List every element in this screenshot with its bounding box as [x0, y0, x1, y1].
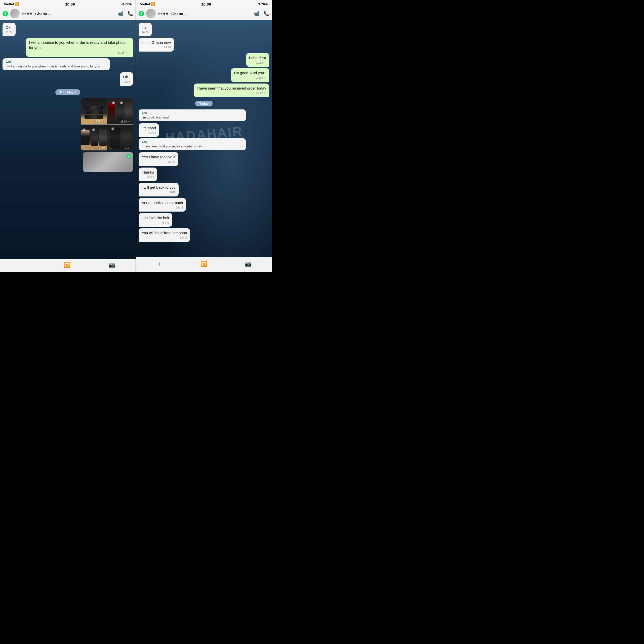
message-row-ok: Ok 11:27 — [3, 72, 133, 86]
yes-receive-bubble: Yes I have receive it 00:49 — [139, 152, 178, 166]
message-time: 11:24 — [6, 30, 13, 34]
message-text: I'm good — [142, 126, 156, 130]
partial-bubble: ...y 14:26 — [139, 23, 152, 36]
battery-right: 78% — [261, 2, 268, 6]
message-time: 20:15 — [256, 76, 263, 80]
video-call-button-right[interactable]: 📹 — [254, 11, 260, 16]
quote-received-order: You I have seen that you received order … — [139, 138, 246, 150]
status-right-left: ⊙ 77% — [121, 2, 132, 6]
status-bar-right: Viettel 📶 10:08 ⊙ 78% — [136, 0, 272, 7]
thanks-bubble: Thanks 00:49 — [139, 168, 157, 181]
voice-call-button-right[interactable]: 📞 — [264, 11, 269, 16]
status-dots-right — [158, 13, 168, 15]
message-time: 04:49 — [163, 221, 170, 225]
dot-r3 — [163, 13, 165, 15]
quote-sender: You — [142, 111, 243, 115]
message-text: Ok — [123, 75, 128, 79]
today-pill: Today — [195, 101, 213, 106]
image-cell-1[interactable]: 15:59 ✓✓ — [81, 98, 107, 124]
getback-row: I will get back to you 00:49 — [139, 183, 269, 196]
partial-image[interactable]: ➤ — [83, 152, 133, 172]
message-time: 04:49 — [180, 236, 187, 240]
getback-bubble: I will get back to you 00:49 — [139, 183, 179, 196]
chat-area-right: ...y 14:26 I'm in Ghana now 14:26 Hello … — [136, 20, 272, 257]
image-cell-4[interactable]: 🎥 16:0... — [107, 125, 133, 150]
ok-bubble: Ok 11:27 — [120, 72, 133, 86]
emoji-button-right[interactable]: 🔁 — [200, 261, 207, 267]
love-hair-row: I so love the hair 04:49 — [139, 213, 269, 227]
message-time: 11:25 — [117, 51, 125, 55]
message-row-outgoing: I will announce to you when order is rea… — [3, 38, 133, 57]
image-cell-2[interactable]: 16:00 ✓✓ — [107, 98, 133, 124]
avatar-right — [146, 9, 156, 18]
emoji-button-left[interactable]: 🔁 — [64, 262, 70, 268]
date-separator: Thu, May 6 — [3, 89, 133, 95]
camera-button-right[interactable]: 📷 — [245, 261, 252, 267]
message-time: 00:49 — [168, 160, 175, 164]
ghana-bubble: I'm in Ghana now 14:26 — [139, 38, 174, 51]
status-dots-left — [22, 13, 32, 15]
dot-r1 — [158, 13, 160, 15]
message-text: Thanks — [142, 170, 154, 174]
imgood-row: I'm good 00:48 — [139, 123, 269, 137]
message-time: 20:14 — [256, 61, 263, 65]
wifi-icon-left: 📶 — [15, 2, 19, 6]
time-right: 10:08 — [201, 2, 211, 6]
carrier-right: Viettel — [140, 2, 150, 6]
status-left: Viettel 📶 — [4, 2, 19, 6]
chat-name-left: -Ghana-... — [34, 12, 116, 16]
wifi-icon-right: 📶 — [151, 2, 155, 6]
message-time: 00:48 — [149, 131, 156, 135]
nav-bar-left: 5 -Ghana-... 📹 📞 — [0, 7, 136, 20]
today-separator: Today — [139, 101, 269, 106]
image-bubble-row: 15:59 ✓✓ 16:00 ✓✓ — [3, 98, 133, 150]
hear-soon-bubble: You will hear from me soon 04:49 — [139, 228, 190, 242]
message-text: I so love the hair — [142, 216, 169, 220]
message-text: You will hear from me soon — [142, 231, 187, 235]
nav-bar-right: 5 -Ghana-... 📹 📞 — [136, 7, 272, 20]
dot1 — [22, 13, 24, 15]
image-time-2: 16:00 ✓✓ — [120, 120, 132, 123]
plus-button-right[interactable]: ＋ — [156, 259, 163, 268]
image-time-3: 16:00 ✓✓ — [94, 147, 105, 149]
voice-call-button-left[interactable]: 📞 — [128, 11, 133, 16]
read-check: ✓✓ — [126, 51, 130, 55]
right-phone-panel: HADAHAIR Viettel 📶 10:08 ⊙ 78% 5 -Ghana-… — [136, 0, 272, 272]
message-time: 14:26 — [164, 46, 171, 49]
message-text: Anna thanks so so much — [142, 200, 183, 205]
time-left: 10:09 — [65, 2, 75, 6]
good-andyou-row: I'm good. And you? 20:15 ✓ — [139, 68, 269, 82]
received-order-row: I have seen that you received order toda… — [139, 84, 269, 97]
dot-r4 — [166, 13, 168, 15]
nav-icons-left: 📹 📞 — [118, 11, 133, 16]
anna-thanks-row: Anna thanks so so much 04:48 — [139, 198, 269, 212]
avatar-left — [10, 9, 20, 18]
quote-sender: You — [6, 60, 107, 64]
message-time: 04:48 — [176, 206, 183, 210]
read-check: ✓ — [264, 91, 266, 95]
received-order-bubble: I have seen that you received order toda… — [194, 84, 269, 97]
message-text: Hello dear — [249, 56, 266, 60]
thanks-row: Thanks 00:49 — [139, 168, 269, 181]
quote-box: You I will announce to you when order is… — [3, 58, 110, 70]
camera-button-left[interactable]: 📷 — [108, 262, 115, 268]
image-time-1: 15:59 ✓✓ — [94, 120, 105, 123]
status-bar-left: Viettel 📶 10:09 ⊙ 77% — [0, 0, 136, 7]
message-text: Yes I have receive it — [142, 155, 175, 159]
outgoing-bubble: I will announce to you when order is rea… — [26, 38, 133, 57]
chat-area-left: Ok 11:24 I will announce to you when ord… — [0, 20, 136, 259]
anna-thanks-bubble: Anna thanks so so much 04:48 — [139, 198, 186, 212]
message-text: Ok — [6, 25, 10, 29]
message-time: 11:27 — [123, 80, 130, 84]
message-text: ...y — [142, 25, 147, 29]
image-cell-3[interactable]: 16:00 ✓✓ — [81, 125, 107, 150]
chat-name-right: -Ghana-... — [170, 12, 252, 16]
dot4 — [30, 13, 32, 15]
read-check: ✓ — [264, 61, 266, 65]
video-call-button-left[interactable]: 📹 — [118, 11, 124, 16]
partial-top-msg: ...y 14:26 — [139, 23, 269, 36]
image-grid-bubble[interactable]: 15:59 ✓✓ 16:00 ✓✓ — [81, 98, 133, 150]
dot-r2 — [160, 13, 163, 15]
hear-soon-row: You will hear from me soon 04:49 — [139, 228, 269, 242]
imgood-bubble: I'm good 00:48 — [139, 123, 159, 137]
